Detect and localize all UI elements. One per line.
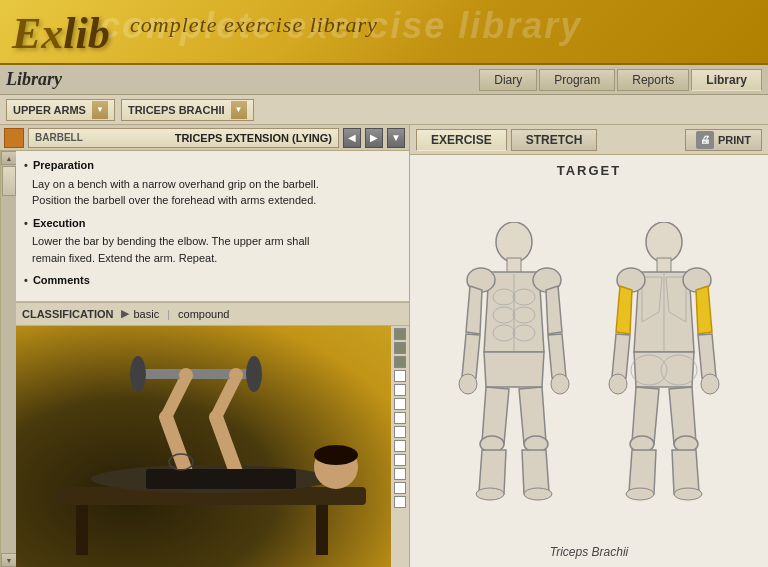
category-filter[interactable]: UPPER ARMS ▼ bbox=[6, 99, 115, 121]
classification-value1: basic bbox=[133, 308, 159, 320]
back-body-diagram bbox=[599, 222, 729, 502]
checkbox-4[interactable] bbox=[394, 370, 406, 382]
comments-block: • Comments bbox=[24, 272, 401, 289]
body-diagram: TARGET bbox=[410, 155, 768, 567]
tab-diary[interactable]: Diary bbox=[479, 69, 537, 91]
svg-rect-2 bbox=[316, 505, 328, 555]
app-header: complete exercise library Exlib complete… bbox=[0, 0, 768, 65]
exercise-next-button[interactable]: ▶ bbox=[365, 128, 383, 148]
left-scroll-area: ▲ ▼ • Preparation Lay on bbox=[0, 151, 409, 567]
logo-ex: Ex bbox=[12, 9, 63, 58]
muscle-filter[interactable]: TRICEPS BRACHII ▼ bbox=[121, 99, 254, 121]
exercise-description: • Preparation Lay on a bench with a narr… bbox=[16, 151, 409, 302]
muscle-label: TRICEPS BRACHII bbox=[128, 104, 225, 116]
tab-library[interactable]: Library bbox=[691, 69, 762, 91]
tab-stretch[interactable]: STRETCH bbox=[511, 129, 598, 151]
muscle-name-label: Triceps Brachii bbox=[550, 545, 628, 559]
checkbox-1[interactable] bbox=[394, 328, 406, 340]
scroll-down-button[interactable]: ▼ bbox=[1, 553, 17, 567]
svg-point-34 bbox=[646, 222, 682, 262]
svg-line-6 bbox=[216, 417, 236, 472]
exercise-name: TRICEPS EXTENSION (LYING) bbox=[175, 132, 332, 144]
checkbox-2[interactable] bbox=[394, 342, 406, 354]
classification-bar: CLASSIFICATION ▶ basic | compound bbox=[16, 302, 409, 326]
svg-point-15 bbox=[179, 368, 193, 382]
comments-title: • Comments bbox=[24, 272, 401, 289]
tab-program[interactable]: Program bbox=[539, 69, 615, 91]
svg-point-28 bbox=[459, 374, 477, 394]
checkbox-5[interactable] bbox=[394, 384, 406, 396]
svg-point-45 bbox=[626, 488, 654, 500]
svg-point-39 bbox=[609, 374, 627, 394]
checkbox-11[interactable] bbox=[394, 468, 406, 480]
svg-point-33 bbox=[524, 488, 552, 500]
exercise-bar: BARBELL TRICEPS EXTENSION (LYING) ◀ ▶ ▼ bbox=[0, 125, 409, 151]
checkbox-10[interactable] bbox=[394, 454, 406, 466]
exercise-category-label: BARBELL bbox=[35, 132, 83, 143]
orange-indicator bbox=[4, 128, 24, 148]
exercise-down-button[interactable]: ▼ bbox=[387, 128, 405, 148]
preparation-block: • Preparation Lay on a bench with a narr… bbox=[24, 157, 401, 209]
scroll-up-button[interactable]: ▲ bbox=[1, 151, 17, 165]
category-label: UPPER ARMS bbox=[13, 104, 86, 116]
svg-rect-18 bbox=[507, 258, 521, 273]
logo-lib: lib bbox=[63, 9, 109, 58]
svg-rect-1 bbox=[76, 505, 88, 555]
svg-point-17 bbox=[496, 222, 532, 262]
exercise-illustration bbox=[16, 326, 391, 568]
print-label: PRINT bbox=[718, 134, 751, 146]
checkbox-13[interactable] bbox=[394, 496, 406, 508]
target-label: TARGET bbox=[557, 163, 621, 178]
tab-reports[interactable]: Reports bbox=[617, 69, 689, 91]
svg-point-46 bbox=[674, 488, 702, 500]
left-scroll-content: • Preparation Lay on a bench with a narr… bbox=[16, 151, 409, 567]
svg-point-11 bbox=[246, 356, 262, 392]
classification-value2: compound bbox=[178, 308, 229, 320]
app-logo: Exlib bbox=[12, 8, 110, 59]
page-title: Library bbox=[6, 69, 477, 90]
exercise-photo bbox=[16, 326, 391, 568]
scroll-track bbox=[1, 165, 16, 553]
left-panel: BARBELL TRICEPS EXTENSION (LYING) ◀ ▶ ▼ … bbox=[0, 125, 410, 567]
exercise-name-box: BARBELL TRICEPS EXTENSION (LYING) bbox=[28, 128, 339, 148]
preparation-text: Lay on a bench with a narrow overhand gr… bbox=[24, 176, 401, 209]
right-panel: EXERCISE STRETCH 🖨 PRINT TARGET bbox=[410, 125, 768, 567]
svg-point-32 bbox=[476, 488, 504, 500]
muscle-arrow-icon: ▼ bbox=[231, 101, 247, 119]
muscle-diagrams bbox=[449, 184, 729, 539]
classification-arrow-icon: ▶ bbox=[121, 307, 129, 320]
vertical-scrollbar[interactable]: ▲ ▼ bbox=[0, 151, 16, 567]
svg-rect-13 bbox=[146, 469, 296, 489]
svg-point-29 bbox=[551, 374, 569, 394]
content-row: BARBELL TRICEPS EXTENSION (LYING) ◀ ▶ ▼ … bbox=[0, 125, 768, 567]
scroll-thumb[interactable] bbox=[2, 166, 16, 196]
checkbox-12[interactable] bbox=[394, 482, 406, 494]
checkbox-6[interactable] bbox=[394, 398, 406, 410]
svg-point-10 bbox=[130, 356, 146, 392]
svg-point-16 bbox=[229, 368, 243, 382]
checkbox-8[interactable] bbox=[394, 426, 406, 438]
preparation-title: • Preparation bbox=[24, 157, 401, 174]
checkbox-3[interactable] bbox=[394, 356, 406, 368]
execution-text: Lower the bar by bending the elbow. The … bbox=[24, 233, 401, 266]
exercise-prev-button[interactable]: ◀ bbox=[343, 128, 361, 148]
svg-point-12 bbox=[314, 445, 358, 465]
print-button[interactable]: 🖨 PRINT bbox=[685, 129, 762, 151]
checkbox-7[interactable] bbox=[394, 412, 406, 424]
right-top-bar: EXERCISE STRETCH 🖨 PRINT bbox=[410, 125, 768, 155]
filter-bar: UPPER ARMS ▼ TRICEPS BRACHII ▼ bbox=[0, 95, 768, 125]
svg-line-8 bbox=[216, 377, 236, 417]
execution-block: • Execution Lower the bar by bending the… bbox=[24, 215, 401, 267]
print-icon: 🖨 bbox=[696, 131, 714, 149]
photo-row bbox=[16, 326, 409, 568]
tab-exercise[interactable]: EXERCISE bbox=[416, 129, 507, 151]
checkbox-9[interactable] bbox=[394, 440, 406, 452]
top-navbar: Library Diary Program Reports Library bbox=[0, 65, 768, 95]
execution-title: • Execution bbox=[24, 215, 401, 232]
app-subtitle: complete exercise library bbox=[130, 12, 378, 38]
main-container: Library Diary Program Reports Library UP… bbox=[0, 65, 768, 567]
front-body-diagram bbox=[449, 222, 579, 502]
classification-label: CLASSIFICATION bbox=[22, 308, 113, 320]
svg-point-40 bbox=[701, 374, 719, 394]
category-arrow-icon: ▼ bbox=[92, 101, 108, 119]
